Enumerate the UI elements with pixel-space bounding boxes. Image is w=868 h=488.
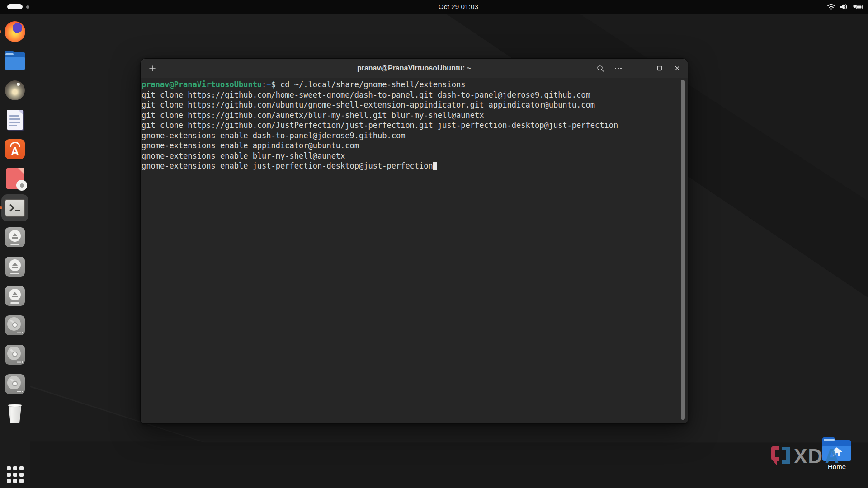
- new-tab-button[interactable]: [146, 62, 159, 75]
- removable-drive-icon: [5, 227, 25, 247]
- terminal-line: git clone https://github.com/JustPerfect…: [142, 120, 687, 131]
- files-icon: [5, 52, 25, 70]
- workspace-indicator-dot[interactable]: [26, 5, 29, 9]
- terminal-cursor: [433, 162, 437, 170]
- dock-item-removable-drive-1[interactable]: [4, 226, 26, 248]
- hard-drive-icon: [5, 374, 25, 394]
- terminal-line: git clone https://github.com/aunetx/blur…: [142, 110, 687, 121]
- clock[interactable]: Oct 29 01:03: [439, 0, 478, 14]
- dock-item-hard-drive-1[interactable]: [4, 314, 26, 336]
- menu-button[interactable]: [612, 62, 624, 74]
- dock-item-document-viewer[interactable]: [4, 168, 26, 189]
- window-title: pranav@PranaVirtuosoUbuntu: ~: [357, 59, 471, 78]
- app-grid-icon: [7, 466, 24, 483]
- window-controls: [594, 62, 683, 75]
- titlebar-separator: [630, 65, 630, 72]
- hard-drive-icon: [5, 345, 25, 365]
- terminal-line-text: gnome-extensions enable just-perfection-…: [142, 161, 433, 170]
- top-bar: Oct 29 01:03: [0, 0, 868, 14]
- dock-item-hard-drive-3[interactable]: [4, 373, 26, 395]
- terminal-titlebar[interactable]: pranav@PranaVirtuosoUbuntu: ~: [141, 59, 688, 78]
- dock-item-files[interactable]: [4, 50, 26, 72]
- typed-command: cd ~/.local/share/gnome-shell/extensions: [280, 80, 465, 89]
- hard-drive-icon: [5, 315, 25, 335]
- trash-icon: [7, 404, 23, 423]
- dock-item-app-center[interactable]: A: [4, 138, 26, 160]
- terminal-line: gnome-extensions enable dash-to-panel@jd…: [142, 131, 687, 141]
- house-glyph-icon: [831, 447, 843, 459]
- prompt-user-host: pranav@PranaVirtuosoUbuntu: [142, 80, 262, 89]
- document-viewer-icon: [6, 168, 24, 189]
- workspace-indicator-active[interactable]: [7, 4, 23, 9]
- removable-drive-icon: [5, 257, 25, 277]
- dock-item-removable-drive-2[interactable]: [4, 256, 26, 277]
- dock-item-trash[interactable]: [4, 403, 26, 424]
- camera-icon: [5, 80, 25, 100]
- desktop-icon-home[interactable]: Home: [822, 438, 852, 470]
- search-button[interactable]: [594, 62, 606, 74]
- prompt-colon: :: [262, 80, 266, 89]
- document-icon: [7, 110, 23, 130]
- prompt-path: ~: [266, 80, 271, 89]
- dock-item-removable-drive-3[interactable]: [4, 285, 26, 307]
- system-tray[interactable]: [827, 0, 863, 14]
- battery-charging-icon: [853, 3, 863, 10]
- home-label: Home: [822, 463, 852, 470]
- terminal-window: pranav@PranaVirtuosoUbuntu: ~ pranav@Pra…: [140, 58, 688, 424]
- home-folder-icon: [822, 438, 851, 461]
- terminal-line: git clone https://github.com/ubuntu/gnom…: [142, 100, 687, 110]
- dock-item-document-writer[interactable]: [4, 109, 26, 131]
- dock-item-hard-drive-2[interactable]: [4, 344, 26, 366]
- minimize-button[interactable]: [636, 62, 648, 74]
- dock-item-camera[interactable]: [4, 80, 26, 101]
- wifi-icon: [827, 3, 835, 10]
- terminal-line: gnome-extensions enable appindicator@ubu…: [142, 141, 687, 151]
- terminal-icon: [5, 199, 25, 217]
- terminal-line: gnome-extensions enable just-perfection-…: [142, 161, 687, 171]
- app-center-icon: A: [5, 139, 25, 159]
- dock-item-firefox[interactable]: [4, 21, 26, 42]
- close-button[interactable]: [671, 62, 683, 74]
- terminal-scrollbar[interactable]: [681, 80, 685, 420]
- menu-dots-icon: [615, 68, 622, 69]
- terminal-prompt-line: pranav@PranaVirtuosoUbuntu:~$ cd ~/.loca…: [142, 80, 687, 90]
- dock: A: [0, 14, 30, 488]
- prompt-symbol: $: [271, 80, 280, 89]
- removable-drive-icon: [5, 286, 25, 306]
- dock-item-terminal[interactable]: [4, 197, 26, 219]
- volume-icon: [840, 3, 849, 10]
- maximize-button[interactable]: [654, 62, 665, 74]
- terminal-line: git clone https://github.com/home-sweet-…: [142, 90, 687, 100]
- terminal-content[interactable]: pranav@PranaVirtuosoUbuntu:~$ cd ~/.loca…: [141, 78, 688, 423]
- terminal-line: gnome-extensions enable blur-my-shell@au…: [142, 151, 687, 161]
- show-applications-button[interactable]: [4, 464, 26, 485]
- firefox-icon: [5, 21, 25, 42]
- running-indicator: [0, 30, 1, 33]
